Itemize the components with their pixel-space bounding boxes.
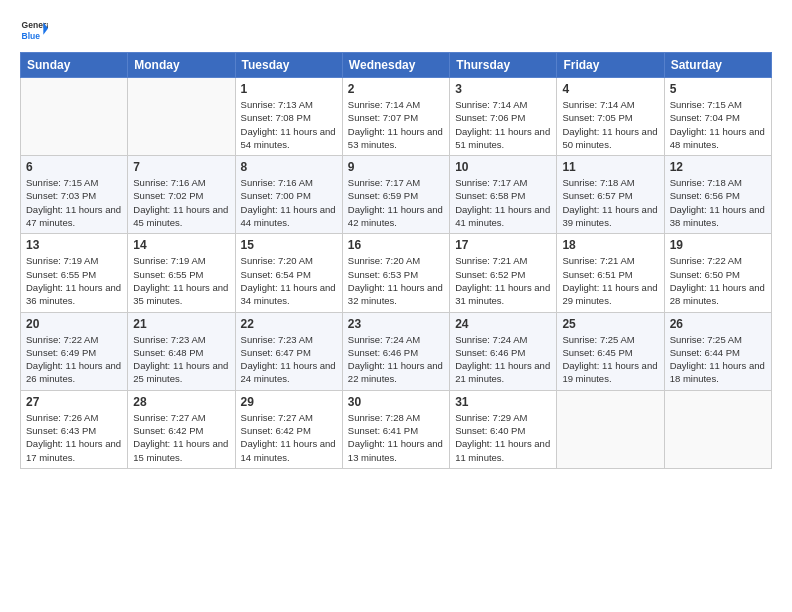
day-cell [557, 390, 664, 468]
day-info: Sunrise: 7:18 AM Sunset: 6:57 PM Dayligh… [562, 176, 658, 229]
day-number: 22 [241, 317, 337, 331]
day-cell: 30Sunrise: 7:28 AM Sunset: 6:41 PM Dayli… [342, 390, 449, 468]
weekday-header-tuesday: Tuesday [235, 53, 342, 78]
day-info: Sunrise: 7:20 AM Sunset: 6:53 PM Dayligh… [348, 254, 444, 307]
day-cell: 11Sunrise: 7:18 AM Sunset: 6:57 PM Dayli… [557, 156, 664, 234]
day-info: Sunrise: 7:21 AM Sunset: 6:51 PM Dayligh… [562, 254, 658, 307]
day-cell [664, 390, 771, 468]
day-cell: 6Sunrise: 7:15 AM Sunset: 7:03 PM Daylig… [21, 156, 128, 234]
day-number: 28 [133, 395, 229, 409]
day-cell: 10Sunrise: 7:17 AM Sunset: 6:58 PM Dayli… [450, 156, 557, 234]
day-number: 17 [455, 238, 551, 252]
day-cell: 12Sunrise: 7:18 AM Sunset: 6:56 PM Dayli… [664, 156, 771, 234]
day-cell: 23Sunrise: 7:24 AM Sunset: 6:46 PM Dayli… [342, 312, 449, 390]
day-cell: 22Sunrise: 7:23 AM Sunset: 6:47 PM Dayli… [235, 312, 342, 390]
day-cell: 25Sunrise: 7:25 AM Sunset: 6:45 PM Dayli… [557, 312, 664, 390]
day-number: 5 [670, 82, 766, 96]
weekday-header-thursday: Thursday [450, 53, 557, 78]
day-info: Sunrise: 7:27 AM Sunset: 6:42 PM Dayligh… [241, 411, 337, 464]
day-cell: 21Sunrise: 7:23 AM Sunset: 6:48 PM Dayli… [128, 312, 235, 390]
day-cell: 19Sunrise: 7:22 AM Sunset: 6:50 PM Dayli… [664, 234, 771, 312]
day-number: 12 [670, 160, 766, 174]
day-number: 6 [26, 160, 122, 174]
day-cell: 20Sunrise: 7:22 AM Sunset: 6:49 PM Dayli… [21, 312, 128, 390]
day-info: Sunrise: 7:15 AM Sunset: 7:04 PM Dayligh… [670, 98, 766, 151]
day-cell: 7Sunrise: 7:16 AM Sunset: 7:02 PM Daylig… [128, 156, 235, 234]
day-info: Sunrise: 7:25 AM Sunset: 6:44 PM Dayligh… [670, 333, 766, 386]
day-number: 4 [562, 82, 658, 96]
weekday-header-wednesday: Wednesday [342, 53, 449, 78]
day-cell: 28Sunrise: 7:27 AM Sunset: 6:42 PM Dayli… [128, 390, 235, 468]
day-number: 3 [455, 82, 551, 96]
day-info: Sunrise: 7:19 AM Sunset: 6:55 PM Dayligh… [133, 254, 229, 307]
day-info: Sunrise: 7:16 AM Sunset: 7:02 PM Dayligh… [133, 176, 229, 229]
day-number: 23 [348, 317, 444, 331]
day-info: Sunrise: 7:24 AM Sunset: 6:46 PM Dayligh… [348, 333, 444, 386]
week-row-2: 6Sunrise: 7:15 AM Sunset: 7:03 PM Daylig… [21, 156, 772, 234]
day-info: Sunrise: 7:23 AM Sunset: 6:47 PM Dayligh… [241, 333, 337, 386]
day-number: 14 [133, 238, 229, 252]
day-number: 13 [26, 238, 122, 252]
day-number: 18 [562, 238, 658, 252]
day-info: Sunrise: 7:21 AM Sunset: 6:52 PM Dayligh… [455, 254, 551, 307]
day-info: Sunrise: 7:28 AM Sunset: 6:41 PM Dayligh… [348, 411, 444, 464]
day-cell: 14Sunrise: 7:19 AM Sunset: 6:55 PM Dayli… [128, 234, 235, 312]
day-info: Sunrise: 7:26 AM Sunset: 6:43 PM Dayligh… [26, 411, 122, 464]
week-row-5: 27Sunrise: 7:26 AM Sunset: 6:43 PM Dayli… [21, 390, 772, 468]
weekday-header-monday: Monday [128, 53, 235, 78]
logo: General Blue [20, 16, 48, 44]
day-cell: 13Sunrise: 7:19 AM Sunset: 6:55 PM Dayli… [21, 234, 128, 312]
header: General Blue [20, 16, 772, 44]
day-cell: 16Sunrise: 7:20 AM Sunset: 6:53 PM Dayli… [342, 234, 449, 312]
day-info: Sunrise: 7:22 AM Sunset: 6:49 PM Dayligh… [26, 333, 122, 386]
day-info: Sunrise: 7:13 AM Sunset: 7:08 PM Dayligh… [241, 98, 337, 151]
day-info: Sunrise: 7:17 AM Sunset: 6:58 PM Dayligh… [455, 176, 551, 229]
day-number: 15 [241, 238, 337, 252]
day-cell: 8Sunrise: 7:16 AM Sunset: 7:00 PM Daylig… [235, 156, 342, 234]
day-number: 2 [348, 82, 444, 96]
day-number: 20 [26, 317, 122, 331]
day-cell: 31Sunrise: 7:29 AM Sunset: 6:40 PM Dayli… [450, 390, 557, 468]
day-number: 9 [348, 160, 444, 174]
day-info: Sunrise: 7:16 AM Sunset: 7:00 PM Dayligh… [241, 176, 337, 229]
day-cell: 4Sunrise: 7:14 AM Sunset: 7:05 PM Daylig… [557, 78, 664, 156]
day-number: 8 [241, 160, 337, 174]
day-info: Sunrise: 7:27 AM Sunset: 6:42 PM Dayligh… [133, 411, 229, 464]
logo-icon: General Blue [20, 16, 48, 44]
day-cell: 17Sunrise: 7:21 AM Sunset: 6:52 PM Dayli… [450, 234, 557, 312]
day-info: Sunrise: 7:20 AM Sunset: 6:54 PM Dayligh… [241, 254, 337, 307]
day-info: Sunrise: 7:14 AM Sunset: 7:06 PM Dayligh… [455, 98, 551, 151]
day-number: 19 [670, 238, 766, 252]
day-cell: 2Sunrise: 7:14 AM Sunset: 7:07 PM Daylig… [342, 78, 449, 156]
day-cell: 1Sunrise: 7:13 AM Sunset: 7:08 PM Daylig… [235, 78, 342, 156]
day-number: 10 [455, 160, 551, 174]
day-info: Sunrise: 7:25 AM Sunset: 6:45 PM Dayligh… [562, 333, 658, 386]
day-number: 24 [455, 317, 551, 331]
day-cell: 27Sunrise: 7:26 AM Sunset: 6:43 PM Dayli… [21, 390, 128, 468]
day-number: 11 [562, 160, 658, 174]
page: General Blue SundayMondayTuesdayWednesda… [0, 0, 792, 485]
day-cell: 5Sunrise: 7:15 AM Sunset: 7:04 PM Daylig… [664, 78, 771, 156]
day-info: Sunrise: 7:18 AM Sunset: 6:56 PM Dayligh… [670, 176, 766, 229]
day-cell: 15Sunrise: 7:20 AM Sunset: 6:54 PM Dayli… [235, 234, 342, 312]
day-info: Sunrise: 7:14 AM Sunset: 7:07 PM Dayligh… [348, 98, 444, 151]
day-number: 26 [670, 317, 766, 331]
day-number: 16 [348, 238, 444, 252]
day-info: Sunrise: 7:29 AM Sunset: 6:40 PM Dayligh… [455, 411, 551, 464]
day-number: 27 [26, 395, 122, 409]
day-cell: 24Sunrise: 7:24 AM Sunset: 6:46 PM Dayli… [450, 312, 557, 390]
day-cell: 26Sunrise: 7:25 AM Sunset: 6:44 PM Dayli… [664, 312, 771, 390]
week-row-3: 13Sunrise: 7:19 AM Sunset: 6:55 PM Dayli… [21, 234, 772, 312]
day-cell [128, 78, 235, 156]
svg-text:Blue: Blue [22, 31, 41, 41]
day-number: 29 [241, 395, 337, 409]
week-row-1: 1Sunrise: 7:13 AM Sunset: 7:08 PM Daylig… [21, 78, 772, 156]
day-number: 21 [133, 317, 229, 331]
weekday-header-friday: Friday [557, 53, 664, 78]
day-info: Sunrise: 7:24 AM Sunset: 6:46 PM Dayligh… [455, 333, 551, 386]
calendar-table: SundayMondayTuesdayWednesdayThursdayFrid… [20, 52, 772, 469]
day-info: Sunrise: 7:23 AM Sunset: 6:48 PM Dayligh… [133, 333, 229, 386]
day-cell: 18Sunrise: 7:21 AM Sunset: 6:51 PM Dayli… [557, 234, 664, 312]
day-info: Sunrise: 7:19 AM Sunset: 6:55 PM Dayligh… [26, 254, 122, 307]
day-number: 25 [562, 317, 658, 331]
